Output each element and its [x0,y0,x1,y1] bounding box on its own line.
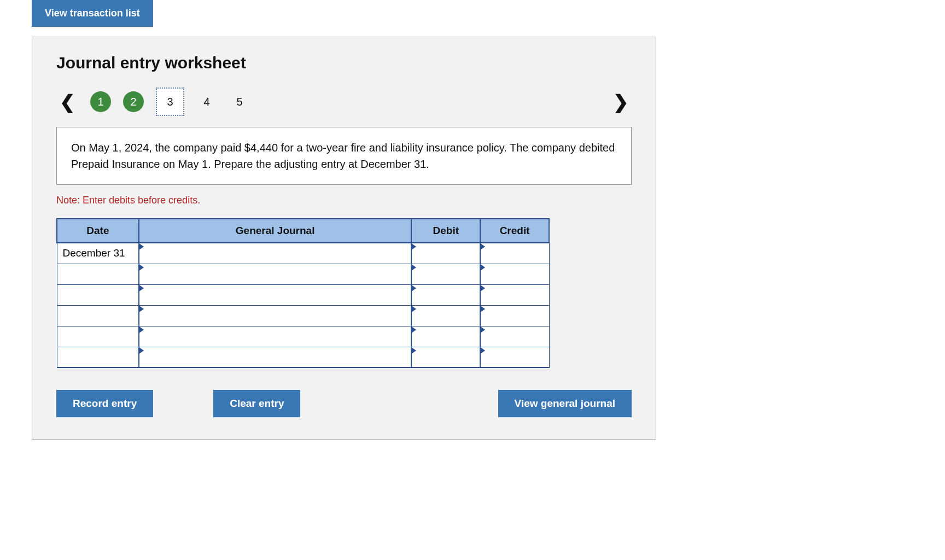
cell-gj[interactable] [139,264,412,284]
table-row [57,264,549,284]
clear-entry-button[interactable]: Clear entry [213,390,300,417]
prev-arrow-icon[interactable]: ❮ [56,92,78,111]
cell-debit[interactable] [411,243,480,264]
cell-gj[interactable] [139,284,412,305]
step-5[interactable]: 5 [229,91,250,112]
cell-date[interactable] [57,326,139,347]
view-general-journal-button[interactable]: View general journal [498,390,632,417]
action-buttons: Record entry Clear entry View general jo… [56,390,632,417]
next-arrow-icon[interactable]: ❯ [610,92,632,111]
step-3[interactable]: 3 [156,88,184,116]
cell-debit[interactable] [411,284,480,305]
table-row [57,305,549,326]
cell-date[interactable] [57,264,139,284]
cell-gj[interactable] [139,305,412,326]
view-transaction-list-button[interactable]: View transaction list [32,0,153,27]
th-date: Date [57,219,139,243]
th-credit: Credit [480,219,549,243]
note-text: Note: Enter debits before credits. [56,195,632,206]
table-row [57,347,549,368]
worksheet-panel: Journal entry worksheet ❮ 1 2 3 4 5 ❯ On… [32,37,656,440]
table-row: December 31 [57,243,549,264]
step-4[interactable]: 4 [196,91,217,112]
table-row [57,284,549,305]
record-entry-button[interactable]: Record entry [56,390,153,417]
cell-debit[interactable] [411,305,480,326]
cell-date[interactable] [57,305,139,326]
cell-date[interactable] [57,284,139,305]
table-row [57,326,549,347]
cell-credit[interactable] [480,243,549,264]
worksheet-title: Journal entry worksheet [56,54,632,72]
cell-debit[interactable] [411,326,480,347]
cell-credit[interactable] [480,264,549,284]
cell-debit[interactable] [411,264,480,284]
cell-gj[interactable] [139,347,412,368]
cell-credit[interactable] [480,326,549,347]
th-debit: Debit [411,219,480,243]
cell-date[interactable]: December 31 [57,243,139,264]
cell-debit[interactable] [411,347,480,368]
cell-credit[interactable] [480,284,549,305]
cell-credit[interactable] [480,347,549,368]
step-1[interactable]: 1 [90,91,111,112]
journal-table: Date General Journal Debit Credit Decemb… [56,218,550,368]
cell-date[interactable] [57,347,139,368]
cell-credit[interactable] [480,305,549,326]
question-text: On May 1, 2024, the company paid $4,440 … [56,127,632,185]
cell-gj[interactable] [139,326,412,347]
th-gj: General Journal [139,219,412,243]
step-nav: ❮ 1 2 3 4 5 ❯ [56,88,632,116]
cell-gj[interactable] [139,243,412,264]
step-2[interactable]: 2 [123,91,144,112]
